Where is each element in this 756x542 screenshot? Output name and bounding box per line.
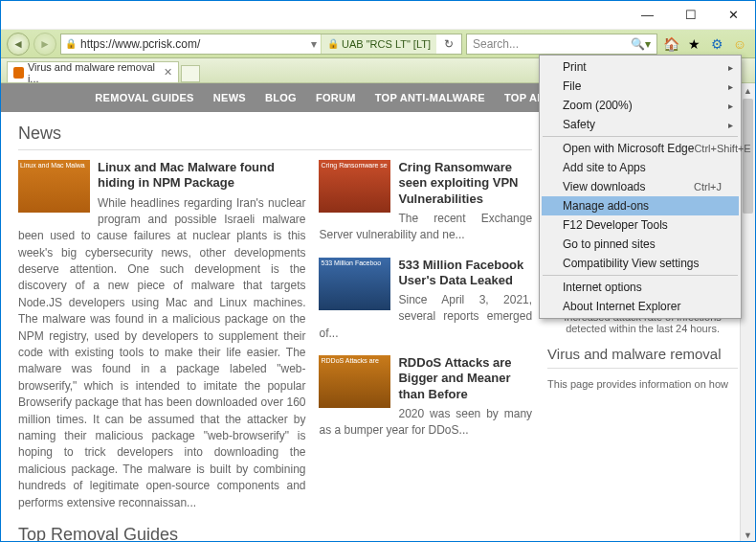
nav-item[interactable]: TOP ANTI-MALWARE <box>375 92 485 103</box>
menu-manage-addons[interactable]: Manage add-ons <box>542 196 739 215</box>
new-tab-button[interactable] <box>181 65 200 82</box>
menu-internet-options[interactable]: Internet options <box>542 278 739 297</box>
url-text: https://www.pcrisk.com/ <box>80 37 307 51</box>
vmr-text: This page provides information on how <box>547 378 738 390</box>
article-thumb: Cring Ransomware se <box>319 160 390 213</box>
maximize-button[interactable]: ☐ <box>669 1 712 30</box>
menu-separator <box>543 275 738 276</box>
lock-icon: 🔒 <box>327 38 339 49</box>
browser-tab[interactable]: Virus and malware removal i... ✕ <box>7 61 179 82</box>
tools-gear-icon[interactable]: ⚙ <box>707 34 726 54</box>
search-placeholder: Search... <box>473 37 631 51</box>
menu-zoom[interactable]: Zoom (200%) <box>542 96 739 115</box>
smiley-icon[interactable]: ☺ <box>730 34 749 54</box>
menu-safety[interactable]: Safety <box>542 115 739 134</box>
news-heading: News <box>18 124 532 150</box>
article[interactable]: Cring Ransomware se Cring Ransomware see… <box>319 160 532 244</box>
menu-compat[interactable]: Compatibility View settings <box>542 254 739 273</box>
forward-button[interactable]: ► <box>33 33 56 56</box>
lock-icon: 🔒 <box>65 38 77 49</box>
article-body: While headlines regarding Iran's nuclear… <box>18 195 305 511</box>
certificate-badge[interactable]: 🔒 UAB "RCS LT" [LT] <box>321 34 436 54</box>
search-box[interactable]: Search... 🔍▾ <box>466 34 657 55</box>
home-icon[interactable]: 🏠 <box>661 34 680 54</box>
minimize-button[interactable]: — <box>626 1 669 30</box>
article-thumb: 533 Million Faceboo <box>319 258 390 310</box>
window-titlebar: — ☐ ✕ <box>1 1 755 30</box>
article-thumb: Linux and Mac Malwa <box>18 160 90 213</box>
menu-print[interactable]: Print <box>542 57 739 77</box>
article-body: 2020 was seen by many as a bumper year f… <box>319 406 532 440</box>
article-body: The recent Exchange Server vulnerability… <box>319 211 532 244</box>
menu-open-edge[interactable]: Open with Microsoft EdgeCtrl+Shift+E <box>542 139 739 158</box>
menu-f12[interactable]: F12 Developer Tools <box>542 215 739 235</box>
scroll-thumb[interactable] <box>743 99 753 214</box>
article-thumb: RDDoS Attacks are <box>319 355 390 408</box>
top-removal-heading: Top Removal Guides <box>18 525 532 542</box>
article[interactable]: RDDoS Attacks are RDDoS Attacks are Bigg… <box>319 355 532 440</box>
favorites-icon[interactable]: ★ <box>684 34 703 54</box>
tab-close-icon[interactable]: ✕ <box>164 66 172 79</box>
refresh-button[interactable]: ↻ <box>440 37 457 51</box>
favicon-icon <box>13 67 24 79</box>
scroll-down-icon[interactable]: ▼ <box>741 528 755 542</box>
back-button[interactable]: ◄ <box>7 33 30 56</box>
article[interactable]: Linux and Mac Malwa Linux and Mac Malwar… <box>18 160 305 511</box>
nav-item[interactable]: BLOG <box>265 92 297 103</box>
menu-separator <box>543 136 738 137</box>
nav-item[interactable]: NEWS <box>213 92 246 103</box>
tools-menu: Print File Zoom (200%) Safety Open with … <box>539 55 742 319</box>
search-icon[interactable]: 🔍▾ <box>631 37 651 51</box>
menu-file[interactable]: File <box>542 77 739 96</box>
tab-title: Virus and malware removal i... <box>28 61 156 84</box>
scroll-up-icon[interactable]: ▲ <box>741 83 755 99</box>
article[interactable]: 533 Million Faceboo 533 Million Facebook… <box>319 258 532 343</box>
dropdown-icon[interactable]: ▾ <box>311 37 317 51</box>
nav-item[interactable]: REMOVAL GUIDES <box>95 92 193 103</box>
menu-add-apps[interactable]: Add site to Apps <box>542 158 739 177</box>
vmr-heading: Virus and malware removal <box>547 346 738 369</box>
menu-about[interactable]: About Internet Explorer <box>542 297 739 316</box>
address-bar[interactable]: 🔒 https://www.pcrisk.com/ ▾ 🔒 UAB "RCS L… <box>60 34 462 55</box>
nav-item[interactable]: FORUM <box>316 92 356 103</box>
close-button[interactable]: ✕ <box>712 1 755 30</box>
menu-view-downloads[interactable]: View downloadsCtrl+J <box>542 177 739 196</box>
menu-pinned[interactable]: Go to pinned sites <box>542 235 739 254</box>
